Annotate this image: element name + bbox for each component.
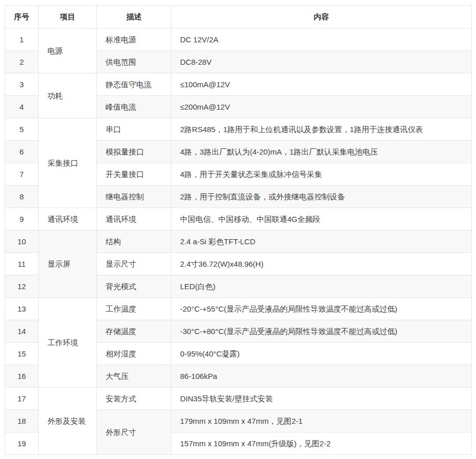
cell-content: 4路，3路出厂默认为(4-20)mA，1路出厂默认采集电池电压 (171, 141, 472, 163)
cell-desc: 继电器控制 (97, 186, 171, 208)
cell-content: 2路，用于控制直流设备，或外接继电器控制设备 (171, 186, 472, 208)
cell-index: 1 (5, 29, 39, 51)
cell-index: 14 (5, 320, 39, 343)
cell-content: -30°C-+80°C(显示产品受液晶的局限性导致温度不能过高或过低) (171, 320, 472, 343)
cell-desc: 存储温度 (97, 320, 171, 343)
cell-desc: 模拟量接口 (97, 141, 171, 163)
column-header-desc: 描述 (97, 6, 171, 29)
cell-index: 8 (5, 186, 39, 208)
cell-desc: 结构 (97, 231, 171, 253)
cell-index: 6 (5, 141, 39, 163)
cell-item: 外形及安装 (39, 388, 97, 455)
cell-desc: 工作温度 (97, 298, 171, 320)
column-header-index: 序号 (5, 6, 39, 29)
cell-item: 工作环境 (39, 298, 97, 388)
cell-content: 2.4寸36.72(W)x48.96(H) (171, 253, 472, 275)
table-row: 3 功耗 静态值守电流 ≤100mA@12V (5, 73, 472, 96)
cell-item: 功耗 (39, 73, 97, 118)
cell-desc: 静态值守电流 (97, 73, 171, 96)
cell-content: 中国电信、中国移动、中国联通4G全频段 (171, 208, 472, 231)
cell-desc: 显示尺寸 (97, 253, 171, 275)
cell-desc: 开关量接口 (97, 163, 171, 186)
cell-content: LED(白色) (171, 275, 472, 298)
spec-table: 序号 项目 描述 内容 1 电源 标准电源 DC 12V/2A 2 供电范围 D… (5, 5, 472, 455)
cell-content: ≤100mA@12V (171, 73, 472, 96)
cell-desc: 供电范围 (97, 51, 171, 73)
cell-index: 16 (5, 365, 39, 388)
cell-index: 5 (5, 118, 39, 141)
cell-content: DC 12V/2A (171, 29, 472, 51)
cell-item: 采集接口 (39, 118, 97, 208)
header-row: 序号 项目 描述 内容 (5, 6, 472, 29)
cell-content: 2.4 a-Si 彩色TFT-LCD (171, 231, 472, 253)
cell-index: 11 (5, 253, 39, 275)
cell-content: 4路，用于开关量状态采集或脉冲信号采集 (171, 163, 472, 186)
cell-index: 19 (5, 432, 39, 455)
cell-desc: 通讯环境 (97, 208, 171, 231)
table-row: 17 外形及安装 安装方式 DIN35导轨安装/壁挂式安装 (5, 388, 472, 410)
cell-index: 13 (5, 298, 39, 320)
cell-desc: 大气压 (97, 365, 171, 388)
column-header-item: 项目 (39, 6, 97, 29)
cell-desc: 相对湿度 (97, 343, 171, 365)
cell-index: 17 (5, 388, 39, 410)
cell-item: 电源 (39, 29, 97, 73)
cell-index: 3 (5, 73, 39, 96)
cell-desc: 串口 (97, 118, 171, 141)
cell-content: 157mm x 109mm x 47mm(升级版)，见图2-2 (171, 432, 472, 455)
cell-index: 9 (5, 208, 39, 231)
cell-desc: 安装方式 (97, 388, 171, 410)
cell-desc: 峰值电流 (97, 96, 171, 118)
cell-content: -20°C-+55°C(显示产品受液晶的局限性导致温度不能过高或过低) (171, 298, 472, 320)
cell-index: 18 (5, 410, 39, 432)
cell-desc: 背光模式 (97, 275, 171, 298)
cell-index: 4 (5, 96, 39, 118)
cell-index: 12 (5, 275, 39, 298)
cell-content: 0-95%(40°C凝露) (171, 343, 472, 365)
cell-content: 86-106kPa (171, 365, 472, 388)
table-row: 13 工作环境 工作温度 -20°C-+55°C(显示产品受液晶的局限性导致温度… (5, 298, 472, 320)
cell-item: 通讯环境 (39, 208, 97, 231)
cell-desc: 外形尺寸 (97, 410, 171, 455)
cell-content: DC8-28V (171, 51, 472, 73)
cell-index: 7 (5, 163, 39, 186)
cell-item: 显示屏 (39, 231, 97, 298)
cell-content: DIN35导轨安装/壁挂式安装 (171, 388, 472, 410)
cell-desc: 标准电源 (97, 29, 171, 51)
table-row: 5 采集接口 串口 2路RS485，1路用于和上位机通讯以及参数设置，1路用于连… (5, 118, 472, 141)
cell-content: ≤200mA@12V (171, 96, 472, 118)
table-row: 9 通讯环境 通讯环境 中国电信、中国移动、中国联通4G全频段 (5, 208, 472, 231)
cell-content: 2路RS485，1路用于和上位机通讯以及参数设置，1路用于连接通讯仪表 (171, 118, 472, 141)
column-header-content: 内容 (171, 6, 472, 29)
cell-index: 15 (5, 343, 39, 365)
cell-index: 2 (5, 51, 39, 73)
spec-page: 序号 项目 描述 内容 1 电源 标准电源 DC 12V/2A 2 供电范围 D… (0, 0, 476, 459)
cell-index: 10 (5, 231, 39, 253)
cell-content: 179mm x 109mm x 47mm，见图2-1 (171, 410, 472, 432)
table-row: 10 显示屏 结构 2.4 a-Si 彩色TFT-LCD (5, 231, 472, 253)
table-row: 1 电源 标准电源 DC 12V/2A (5, 29, 472, 51)
